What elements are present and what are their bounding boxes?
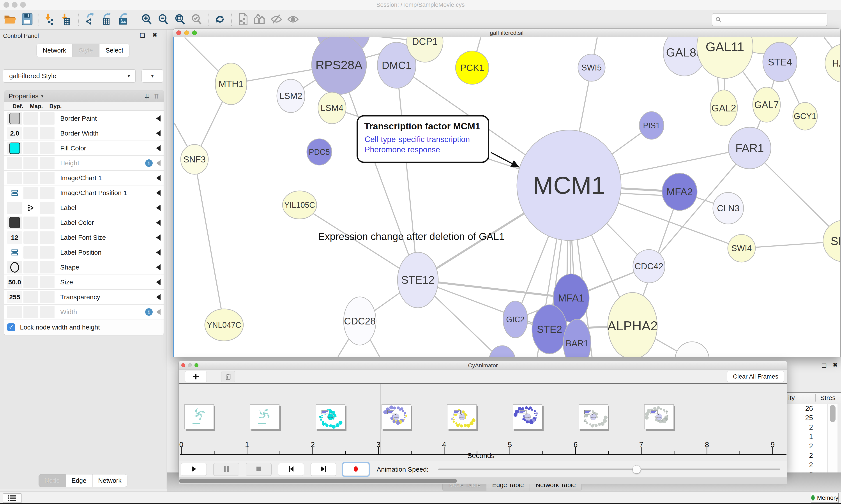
zoom-fit-button[interactable]: [173, 13, 187, 27]
property-row-image-chart-position-1[interactable]: Image/Chart Position 1: [4, 185, 164, 200]
window-minimize-button[interactable]: [12, 2, 18, 8]
expand-property-icon[interactable]: [156, 145, 161, 151]
property-map-cell[interactable]: [23, 217, 38, 229]
network-node-gal11[interactable]: GAL11: [697, 37, 753, 78]
network-node-slt2[interactable]: SLT2: [823, 220, 840, 262]
property-byp-cell[interactable]: [40, 157, 55, 169]
table-cell[interactable]: 2: [787, 422, 827, 432]
hide-selected-button[interactable]: [269, 13, 283, 27]
expand-property-icon[interactable]: [156, 264, 161, 270]
zoom-out-button[interactable]: [156, 13, 171, 27]
caption-annotation[interactable]: Expression change after deletion of GAL1: [318, 231, 505, 242]
expand-property-icon[interactable]: [156, 309, 161, 315]
property-byp-cell[interactable]: [40, 217, 55, 229]
property-row-label-position[interactable]: Label Position: [4, 245, 164, 260]
first-neighbors-button[interactable]: [253, 13, 267, 27]
property-map-cell[interactable]: [23, 202, 38, 214]
table-cell[interactable]: 2: [787, 460, 827, 470]
export-image-button[interactable]: [117, 13, 130, 27]
show-log-button[interactable]: [3, 493, 22, 503]
property-def-cell[interactable]: [7, 172, 22, 184]
table-cell[interactable]: 25: [787, 413, 827, 422]
network-node-mth1[interactable]: MTH1: [215, 63, 247, 105]
property-map-cell[interactable]: [23, 112, 38, 125]
table-scrollbar-thumb[interactable]: [830, 405, 836, 422]
clear-all-frames-button[interactable]: Clear All Frames: [727, 371, 784, 382]
annotation-link[interactable]: Cell-type-specific transcription: [365, 135, 470, 144]
property-map-cell[interactable]: [23, 291, 38, 303]
import-table-button[interactable]: [60, 13, 74, 27]
network-node-mcm1[interactable]: MCM1: [517, 130, 621, 240]
property-def-cell[interactable]: [7, 246, 22, 258]
network-node-pdc5[interactable]: PDC5: [307, 139, 332, 165]
expand-property-icon[interactable]: [156, 175, 161, 181]
export-network-button[interactable]: [83, 13, 97, 27]
expand-property-icon[interactable]: [156, 279, 161, 285]
float-table-panel-icon[interactable]: ❑: [822, 362, 826, 369]
property-byp-cell[interactable]: [40, 127, 55, 140]
mcm1-annotation-box[interactable]: Transcription factor MCM1Cell-type-speci…: [357, 116, 519, 167]
frame-thumbnail-0s[interactable]: [184, 404, 214, 429]
window-close-button[interactable]: [3, 2, 9, 8]
prev-frame-button[interactable]: [278, 463, 304, 476]
close-panel-icon[interactable]: ✖: [153, 32, 157, 38]
property-map-cell[interactable]: [23, 276, 38, 288]
network-node-pck1[interactable]: PCK1: [455, 51, 489, 84]
stop-button[interactable]: [246, 463, 272, 476]
network-node-hap2[interactable]: HAP2: [825, 44, 840, 83]
network-zoom-button[interactable]: [192, 31, 197, 35]
frame-thumbnail-3s[interactable]: MCM1: [381, 404, 411, 429]
frame-thumbnail-4s[interactable]: MCM1: [447, 404, 477, 429]
tab-edge[interactable]: Edge: [66, 474, 92, 487]
save-session-button[interactable]: [20, 13, 34, 27]
property-row-size[interactable]: 50.0Size: [4, 275, 164, 290]
frame-thumbnail-5s[interactable]: MCM1: [513, 404, 542, 429]
memory-button[interactable]: Memory: [811, 493, 839, 503]
frame-thumbnail-2s[interactable]: MCM1: [316, 404, 345, 429]
property-row-image-chart-1[interactable]: Image/Chart 1: [4, 170, 164, 185]
tab-network[interactable]: Network: [36, 43, 72, 57]
property-row-width[interactable]: Widthi: [4, 305, 164, 320]
tab-style[interactable]: Style: [72, 43, 99, 57]
property-def-cell[interactable]: [7, 157, 22, 169]
property-byp-cell[interactable]: [40, 276, 55, 288]
expand-property-icon[interactable]: [156, 294, 161, 300]
network-canvas[interactable]: RPS28BRPS28ADMC1DCP1PCK1SWI5GAL80GAL11ST…: [173, 37, 840, 357]
cyanimator-hscrollbar[interactable]: [179, 478, 787, 484]
network-node-bar1[interactable]: BAR1: [563, 319, 591, 357]
network-edge[interactable]: [195, 159, 224, 325]
network-edge[interactable]: [339, 65, 418, 280]
column-header-stress[interactable]: Stres: [820, 394, 836, 401]
expand-property-icon[interactable]: [156, 249, 161, 255]
network-node-far1[interactable]: FAR1: [729, 127, 771, 169]
show-all-button[interactable]: [286, 13, 300, 27]
network-node-tup1[interactable]: TUP1: [675, 342, 709, 357]
property-row-label-font-size[interactable]: 12Label Font Size: [4, 230, 164, 245]
expand-all-icon[interactable]: ⇊: [144, 92, 150, 100]
property-map-cell[interactable]: [23, 142, 38, 154]
property-byp-cell[interactable]: [40, 202, 55, 214]
cyanimator-hscrollbar-thumb[interactable]: [179, 479, 457, 483]
property-def-cell[interactable]: [7, 112, 22, 125]
property-byp-cell[interactable]: [40, 112, 55, 125]
network-node-cdc42[interactable]: CDC42: [633, 250, 665, 283]
expand-property-icon[interactable]: [156, 160, 161, 166]
expand-property-icon[interactable]: [156, 115, 161, 122]
float-panel-icon[interactable]: ❑: [140, 32, 145, 39]
expand-property-icon[interactable]: [156, 130, 161, 137]
network-node-swi4[interactable]: SWI4: [728, 234, 755, 262]
property-row-height[interactable]: Heighti: [4, 156, 164, 170]
annotation-link[interactable]: Pheromone response: [365, 145, 440, 154]
property-def-cell[interactable]: 2.0: [7, 127, 22, 140]
network-node-mfa2[interactable]: MFA2: [662, 173, 697, 211]
property-row-fill-color[interactable]: Fill Color: [4, 141, 164, 156]
property-byp-cell[interactable]: [40, 231, 55, 244]
refresh-button[interactable]: [213, 13, 227, 27]
export-table-button[interactable]: [100, 13, 114, 27]
table-cell[interactable]: 2: [787, 442, 827, 451]
open-session-button[interactable]: [3, 13, 18, 27]
property-row-label[interactable]: Label: [4, 200, 164, 215]
property-map-cell[interactable]: [23, 187, 38, 199]
network-node-unlabeled[interactable]: [489, 346, 515, 357]
property-def-cell[interactable]: [7, 142, 22, 154]
